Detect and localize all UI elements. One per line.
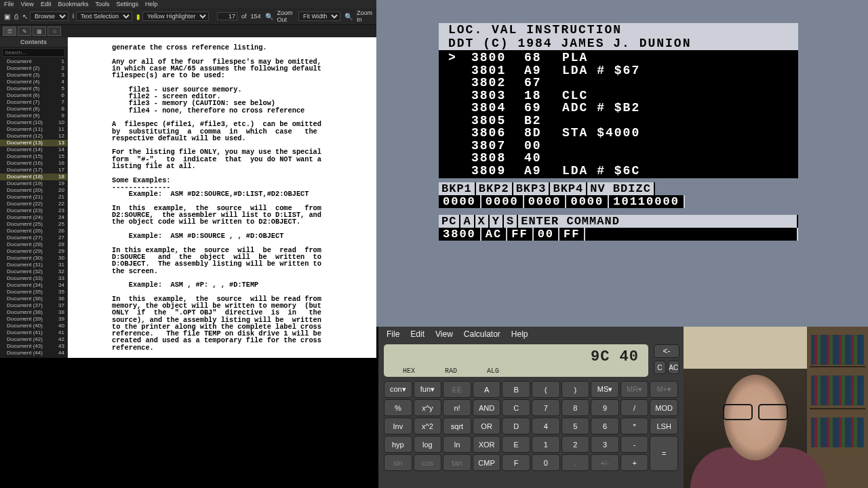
calc-key-[interactable]: -	[620, 436, 649, 453]
fit-select[interactable]: Fit Width	[298, 12, 340, 21]
sidebar-search[interactable]	[2, 48, 65, 57]
calc-key-8[interactable]: 8	[561, 399, 590, 416]
toc-item[interactable]: Document (20)20	[0, 187, 67, 194]
toc-item[interactable]: Document (32)32	[0, 268, 67, 275]
zoom-out-label[interactable]: Zoom Out	[277, 9, 294, 23]
calc-key-sqrt[interactable]: sqrt	[443, 418, 471, 434]
calc-menu-help[interactable]: Help	[511, 329, 528, 339]
toc-item[interactable]: Document (18)18	[0, 174, 67, 180]
calc-key-[interactable]: /	[620, 399, 649, 416]
calc-key-x2[interactable]: x^2	[414, 418, 442, 434]
toc-item[interactable]: Document (44)44	[0, 350, 67, 357]
toc-item[interactable]: Document (35)35	[0, 289, 67, 296]
calc-key-3[interactable]: 3	[591, 436, 619, 453]
calc-key-mr[interactable]: MR▾	[620, 381, 649, 398]
tab-thumbnails[interactable]: ▦	[33, 26, 46, 36]
calc-key-and[interactable]: AND	[473, 399, 501, 416]
toc-item[interactable]: Document (31)31	[0, 262, 67, 268]
toc-item[interactable]: Document (25)25	[0, 221, 67, 228]
toc-item[interactable]: Document (33)33	[0, 275, 67, 282]
calc-key-[interactable]: +	[620, 454, 649, 471]
all-clear-button[interactable]: AC	[668, 361, 680, 374]
toc-list[interactable]: Document1Document (2)2Document (3)3Docum…	[0, 58, 67, 358]
toc-item[interactable]: Document (38)38	[0, 309, 67, 316]
calc-menu-view[interactable]: View	[435, 329, 453, 339]
command-input[interactable]	[585, 228, 798, 241]
calc-key-ee[interactable]: EE	[443, 381, 471, 398]
toc-item[interactable]: Document (22)22	[0, 201, 67, 207]
toc-item[interactable]: Document (17)17	[0, 167, 67, 174]
page-input[interactable]	[217, 12, 237, 20]
calc-key-ln[interactable]: ln	[443, 436, 471, 453]
mode-select[interactable]: Browse	[30, 12, 68, 21]
calc-key-c[interactable]: C	[502, 399, 530, 416]
calc-key-hyp[interactable]: hyp	[384, 436, 412, 453]
toc-item[interactable]: Document (40)40	[0, 323, 67, 329]
toc-item[interactable]: Document (3)3	[0, 72, 67, 79]
pdf-page[interactable]: generate the cross reference listing. An…	[68, 37, 376, 358]
tab-annotations[interactable]: ✎	[18, 26, 31, 36]
calc-key-[interactable]: +/-	[591, 454, 619, 471]
calc-key-[interactable]: .	[561, 454, 590, 471]
toc-item[interactable]: Document (12)12	[0, 133, 67, 140]
calc-key-xor[interactable]: XOR	[473, 436, 501, 453]
toc-item[interactable]: Document (30)30	[0, 255, 67, 262]
calc-key-1[interactable]: 1	[532, 436, 560, 453]
calc-key-log[interactable]: log	[414, 436, 442, 453]
calc-key-5[interactable]: 5	[561, 418, 590, 434]
calc-menu-edit[interactable]: Edit	[410, 329, 425, 339]
calc-key-9[interactable]: 9	[591, 399, 619, 416]
toc-item[interactable]: Document (45)45	[0, 357, 67, 358]
highlighter-icon[interactable]: ▮	[136, 13, 140, 20]
toc-item[interactable]: Document (37)37	[0, 302, 67, 309]
selection-select[interactable]: Text Selection	[76, 12, 132, 21]
toc-item[interactable]: Document (4)4	[0, 79, 67, 85]
toc-item[interactable]: Document1	[0, 58, 67, 65]
calc-key-0[interactable]: 0	[532, 454, 560, 471]
print-icon[interactable]: ⎙	[14, 13, 18, 20]
calc-key-lsh[interactable]: LSH	[650, 418, 678, 434]
backspace-button[interactable]: <-	[654, 344, 679, 358]
pdf-menu-edit[interactable]: Edit	[41, 1, 52, 7]
text-selection-icon[interactable]: Ꭵ	[73, 12, 74, 20]
toc-item[interactable]: Document (9)9	[0, 113, 67, 119]
pdf-menu-tools[interactable]: Tools	[95, 1, 109, 7]
calc-key-ms[interactable]: MS▾	[591, 381, 619, 398]
open-icon[interactable]: ▣	[4, 13, 10, 20]
toc-item[interactable]: Document (42)42	[0, 336, 67, 343]
calc-key-mod[interactable]: MOD	[650, 399, 678, 416]
pdf-menu-bookmarks[interactable]: Bookmarks	[58, 1, 88, 7]
toc-item[interactable]: Document (26)26	[0, 228, 67, 235]
calc-key-sin[interactable]: sin	[384, 454, 412, 471]
toc-item[interactable]: Document (23)23	[0, 207, 67, 214]
calc-key-inv[interactable]: Inv	[384, 418, 412, 434]
toc-item[interactable]: Document (36)36	[0, 296, 67, 302]
calc-menu-file[interactable]: File	[387, 329, 399, 339]
pdf-menu-file[interactable]: File	[4, 1, 14, 7]
pdf-menu-settings[interactable]: Settings	[116, 1, 138, 7]
calc-key-[interactable]: %	[384, 399, 412, 416]
toc-item[interactable]: Document (7)7	[0, 99, 67, 106]
toc-item[interactable]: Document (11)11	[0, 126, 67, 133]
pdf-menu-help[interactable]: Help	[145, 1, 158, 7]
toc-item[interactable]: Document (29)29	[0, 248, 67, 255]
clear-button[interactable]: C	[654, 361, 666, 374]
calc-key-or[interactable]: OR	[473, 418, 501, 434]
highlighter-select[interactable]: Yellow Highlighter	[142, 12, 209, 21]
toc-item[interactable]: Document (39)39	[0, 316, 67, 323]
tab-contents[interactable]: ☰	[3, 26, 16, 36]
toc-item[interactable]: Document (10)10	[0, 119, 67, 126]
toc-item[interactable]: Document (41)41	[0, 329, 67, 336]
calc-key-4[interactable]: 4	[532, 418, 560, 434]
calc-key-fun[interactable]: fun▾	[414, 381, 442, 398]
toc-item[interactable]: Document (21)21	[0, 194, 67, 201]
calc-key-6[interactable]: 6	[591, 418, 619, 434]
calc-menu-calculator[interactable]: Calculator	[464, 329, 500, 339]
toc-item[interactable]: Document (24)24	[0, 214, 67, 221]
calc-key-tan[interactable]: tan	[443, 454, 471, 471]
toc-item[interactable]: Document (13)13	[0, 140, 67, 146]
pdf-menu-view[interactable]: View	[21, 1, 34, 7]
calc-key-7[interactable]: 7	[532, 399, 560, 416]
calc-key-cos[interactable]: cos	[414, 454, 442, 471]
toc-item[interactable]: Document (34)34	[0, 282, 67, 289]
